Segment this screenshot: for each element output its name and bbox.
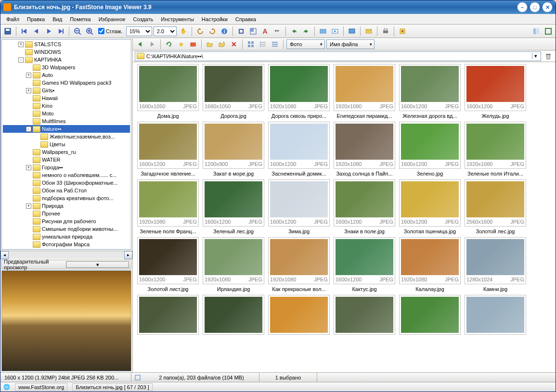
sort-combo[interactable]: Имя файла	[326, 39, 375, 49]
thumbnail-item[interactable]: 1600x1200JPEGКактус.jpg	[333, 237, 396, 292]
tree-item[interactable]: Рисунки для рабочего	[3, 217, 130, 225]
tree-item[interactable]: Moto	[3, 110, 130, 117]
thumbnail-item[interactable]: 1600x1200JPEGЗима.jpg	[268, 179, 330, 234]
text-icon[interactable]: A	[260, 26, 271, 37]
tree-item[interactable]: подборка креативных фото...	[3, 194, 130, 202]
open2-icon[interactable]	[217, 39, 227, 50]
rotate-right-icon[interactable]	[207, 26, 218, 37]
path-dropdown-icon[interactable]: ▾	[532, 53, 539, 59]
tree-item[interactable]: Обои 33 (Широкоформатные...	[3, 179, 130, 187]
redo-icon[interactable]	[301, 26, 311, 37]
tree-item[interactable]: +STALSTCS	[3, 40, 130, 48]
print-icon[interactable]	[380, 26, 391, 37]
info-icon[interactable]: i	[219, 26, 230, 37]
tree-item[interactable]: уникальная природа	[3, 233, 130, 240]
recycle-icon[interactable]	[543, 51, 554, 62]
thumbnail-item[interactable]: 1920x1080JPEGЗаход солнца в Пайп...	[333, 122, 396, 177]
thumbnail-item[interactable]: 2560x1600JPEGЗолотой лес.jpg	[464, 179, 527, 234]
forward-icon[interactable]	[147, 39, 157, 50]
tree-item[interactable]: Смешные подборки животны...	[3, 225, 130, 233]
status-fit-icon[interactable]	[132, 372, 143, 383]
menu-Пометка[interactable]: Пометка	[66, 15, 95, 24]
tree-scrollbar[interactable]: ◄►	[0, 251, 132, 259]
undo-icon[interactable]	[289, 26, 299, 37]
folder-tree[interactable]: +STALSTCSWINDOWS-КАРТИНКА3D Walpapers+Au…	[1, 39, 131, 250]
thumbnail-item[interactable]: 1920x1080JPEGЗеленые поля Франц...	[137, 179, 199, 234]
hand-icon[interactable]: ✋	[178, 26, 189, 37]
slideshow-icon[interactable]	[330, 26, 340, 37]
thumbnail-item[interactable]: 1600x1200JPEGЗнаки в поле.jpg	[333, 179, 396, 234]
tag-icon[interactable]	[188, 39, 198, 50]
minimize-button[interactable]: –	[517, 2, 528, 13]
tree-item[interactable]: немного о наболевшем...... с...	[3, 171, 130, 179]
save-icon[interactable]	[2, 26, 13, 37]
thumbnail-item[interactable]: 1920x1080JPEGИрландия.jpg	[202, 237, 265, 292]
thumbnail-item[interactable]: 1600x1200JPEGЖелудь.jpg	[464, 64, 527, 119]
tree-item[interactable]: Games HD Wallpapers pack3	[3, 79, 130, 87]
view-list-icon[interactable]	[258, 39, 268, 50]
tree-item[interactable]: -Nature••	[3, 125, 130, 133]
tree-item[interactable]: Hawaii	[3, 94, 130, 102]
thumbnail-item[interactable]: 1600x1200JPEGЗелено.jpg	[399, 122, 461, 177]
preview-image[interactable]	[1, 270, 131, 371]
rotate-left-icon[interactable]	[195, 26, 206, 37]
thumbnail-item[interactable]: 1280x1024JPEGКамни.jpg	[464, 237, 527, 292]
tree-item[interactable]: 3D Walpapers	[3, 63, 130, 71]
menu-Избранное[interactable]: Избранное	[95, 15, 129, 24]
preview-dropdown-icon[interactable]: ▾	[66, 261, 129, 268]
menu-Настройки[interactable]: Настройки	[198, 15, 232, 24]
website-link[interactable]: www.FastStone.org	[15, 383, 67, 391]
thumbnail-item[interactable]: 1920x1080JPEGКалалау.jpg	[399, 237, 461, 292]
zoom-in-icon[interactable]	[84, 26, 95, 37]
thumbnail-item[interactable]: 1600x1200JPEGЗеленый лес.jpg	[202, 179, 265, 234]
thumbnail-item[interactable]: 1600x1200JPEGЗаснеженный домик...	[268, 122, 330, 177]
compare-icon[interactable]	[318, 26, 328, 37]
nav-prev-icon[interactable]	[31, 26, 42, 37]
tree-item[interactable]: Животные;наземные,воз...	[3, 133, 130, 140]
menu-Правка[interactable]: Правка	[23, 15, 49, 24]
favorite-icon[interactable]: ★	[176, 39, 186, 50]
thumbnail-item[interactable]: 1920x1080JPEGКак прекрасные вол...	[268, 237, 330, 292]
thumbnail-grid[interactable]: 1680x1050JPEGДома.jpg1680x1050JPEGДорога…	[133, 62, 556, 372]
crop-icon[interactable]	[236, 26, 246, 37]
tree-item[interactable]: Цветы	[3, 140, 130, 148]
thumbnail-item[interactable]: 1600x1200JPEGЗолотой лист.jpg	[137, 237, 199, 292]
tree-item[interactable]: WINDOWS	[3, 48, 130, 56]
tree-item[interactable]: Прочее	[3, 210, 130, 217]
nav-first-icon[interactable]	[19, 26, 30, 37]
tree-item[interactable]: WATER	[3, 156, 130, 164]
resize-icon[interactable]	[248, 26, 259, 37]
draw-icon[interactable]: ✏	[272, 26, 283, 37]
menu-Инструменты[interactable]: Инструменты	[157, 15, 198, 24]
path-input[interactable]: C:\КАРТИНКА\Nature••\ ▾	[135, 51, 541, 61]
thumbnail-item[interactable]: 1680x1050JPEGДорога.jpg	[202, 64, 265, 119]
thumbnail-item[interactable]: 1680x1050JPEGДома.jpg	[137, 64, 199, 119]
zoom-step-combo[interactable]: 2.0	[154, 26, 177, 36]
open-icon[interactable]	[205, 39, 215, 50]
tree-item[interactable]: Wallpapers_ru	[3, 148, 130, 156]
nav-last-icon[interactable]	[55, 26, 66, 37]
tree-item[interactable]: Фотографии Марса	[3, 240, 130, 248]
settings-icon[interactable]	[397, 26, 408, 37]
thumbnail-item[interactable]: 1600x1200JPEGЖелезная дорога вд...	[399, 64, 461, 119]
menu-Вид[interactable]: Вид	[49, 15, 66, 24]
view-thumbs-icon[interactable]	[246, 39, 256, 50]
thumbnail-item[interactable]	[202, 295, 265, 335]
nav-next-icon[interactable]	[43, 26, 54, 37]
zoom-out-icon[interactable]	[72, 26, 83, 37]
view-mode-combo[interactable]: Фото	[286, 39, 325, 49]
thumbnail-item[interactable]: 1920x1080JPEGЕгипедская пирамид...	[333, 64, 396, 119]
close-button[interactable]: ✕	[542, 2, 553, 13]
thumbnail-item[interactable]: 1600x1200JPEGЗагадочное явление...	[137, 122, 199, 177]
tree-item[interactable]: Kino	[3, 102, 130, 110]
tree-item[interactable]: -КАРТИНКА	[3, 56, 130, 63]
menu-Справка[interactable]: Справка	[232, 15, 260, 24]
thumbnail-item[interactable]	[399, 295, 461, 335]
thumbnail-item[interactable]: 1600x1200JPEGЗолотая пшеница.jpg	[399, 179, 461, 234]
fullscreen-icon[interactable]	[543, 26, 554, 37]
tree-item[interactable]: Multfilmes	[3, 117, 130, 125]
tree-item[interactable]: +Природа	[3, 202, 130, 210]
menu-Файл[interactable]: Файл	[2, 15, 23, 24]
wallpaper-icon[interactable]	[347, 26, 357, 37]
thumbnail-item[interactable]	[137, 295, 199, 335]
